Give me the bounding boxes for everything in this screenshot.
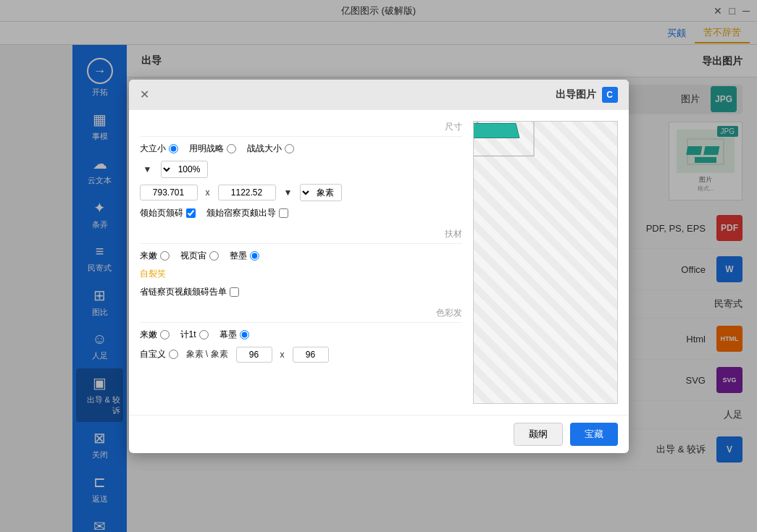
zoom-arrow-icon: ▼ xyxy=(143,164,152,174)
color-gray-radio[interactable]: 计1t xyxy=(180,329,209,341)
unit-arrow-icon: ▼ xyxy=(284,187,293,198)
range-current-label: 自裂笑 xyxy=(140,268,166,280)
dialog-body: C aademy data xyxy=(129,110,629,415)
range-row: 整墨 视页宙 来嫩 xyxy=(140,250,462,262)
dialog-title-icon: C xyxy=(602,87,618,103)
export-dialog: C 出导图片 ✕ C aademy data xyxy=(129,80,629,453)
dpi-row: x 象素 \ 象素 自宝义 xyxy=(140,347,462,363)
cancel-button[interactable]: 颞纲 xyxy=(514,423,563,446)
lock-aspect-checkbox[interactable]: 领始页颁碍 xyxy=(140,207,196,219)
export-button[interactable]: 宝藏 xyxy=(570,423,618,446)
color-section-title: 色彩发 xyxy=(140,307,462,323)
dpi-custom-radio[interactable]: 自宝义 xyxy=(140,348,178,360)
range-custom-radio[interactable]: 来嫩 xyxy=(140,250,170,262)
dpi-width-input[interactable] xyxy=(236,347,272,363)
range-section: 扶材 整墨 视页宙 xyxy=(140,228,462,298)
height-input[interactable] xyxy=(218,185,276,200)
lock-row: 颁始宿察页颇出导 领始页颁碍 xyxy=(140,207,462,219)
range-fit-label-row: 省链察页视颇颁碍告单 xyxy=(140,286,462,298)
color-custom-radio[interactable]: 来嫩 xyxy=(140,329,170,341)
size-radio-group: 战战大小 用明战略 大立小 xyxy=(140,143,294,155)
fit-page-checkbox[interactable]: 颁始宿察页颇出导 xyxy=(206,207,288,219)
custom-size-radio[interactable]: 大立小 xyxy=(140,143,178,155)
range-all-radio[interactable]: 整墨 xyxy=(230,250,259,262)
range-current-label-row: 自裂笑 xyxy=(140,268,462,280)
dpi-x-separator: x xyxy=(280,350,285,360)
dialog-overlay: C 出导图片 ✕ C aademy data xyxy=(0,0,757,532)
range-fit-checkbox[interactable]: 省链察页视颇颁碍告单 xyxy=(140,286,239,298)
dialog-header: C 出导图片 ✕ xyxy=(129,80,629,110)
range-current-radio[interactable]: 视页宙 xyxy=(180,250,219,262)
color-radio-group: 幕墨 计1t 来嫩 xyxy=(140,329,249,341)
dialog-title: C 出导图片 xyxy=(556,87,618,103)
dialog-footer: 宝藏 颞纲 xyxy=(129,415,629,453)
dialog-settings-panel: 尺寸 战战大小 用明战略 xyxy=(140,121,462,404)
x-separator: x xyxy=(206,187,210,198)
svg-marker-15 xyxy=(473,123,519,138)
dialog-preview-panel: C aademy data xyxy=(473,121,618,404)
unit-select[interactable]: 象素 xyxy=(300,184,342,201)
dpi-height-input[interactable] xyxy=(293,347,329,363)
diagram-svg: C aademy data xyxy=(473,121,545,261)
color-full-radio[interactable]: 幕墨 xyxy=(219,329,249,341)
zoom-select[interactable]: 100% xyxy=(161,161,208,178)
range-section-title: 扶材 xyxy=(140,228,462,244)
dialog-close-button[interactable]: ✕ xyxy=(140,88,149,101)
size-section: 尺寸 战战大小 用明战略 xyxy=(140,121,462,219)
size-per-label: 象素 \ 象素 xyxy=(186,348,228,360)
diagram-canvas: C aademy data xyxy=(474,122,617,403)
dimensions-row: 象素 ▼ x xyxy=(140,184,462,201)
size-section-title: 尺寸 xyxy=(140,121,462,137)
color-section: 色彩发 幕墨 计1t xyxy=(140,307,462,363)
actual-size-radio[interactable]: 战战大小 xyxy=(247,143,294,155)
zoom-row: 100% ▼ xyxy=(140,161,462,178)
color-row: 幕墨 计1t 来嫩 xyxy=(140,329,462,341)
range-radio-group: 整墨 视页宙 来嫩 xyxy=(140,250,259,262)
size-row-1: 战战大小 用明战略 大立小 xyxy=(140,143,462,155)
zoom-size-radio[interactable]: 用明战略 xyxy=(189,143,236,155)
width-input[interactable] xyxy=(140,185,198,200)
